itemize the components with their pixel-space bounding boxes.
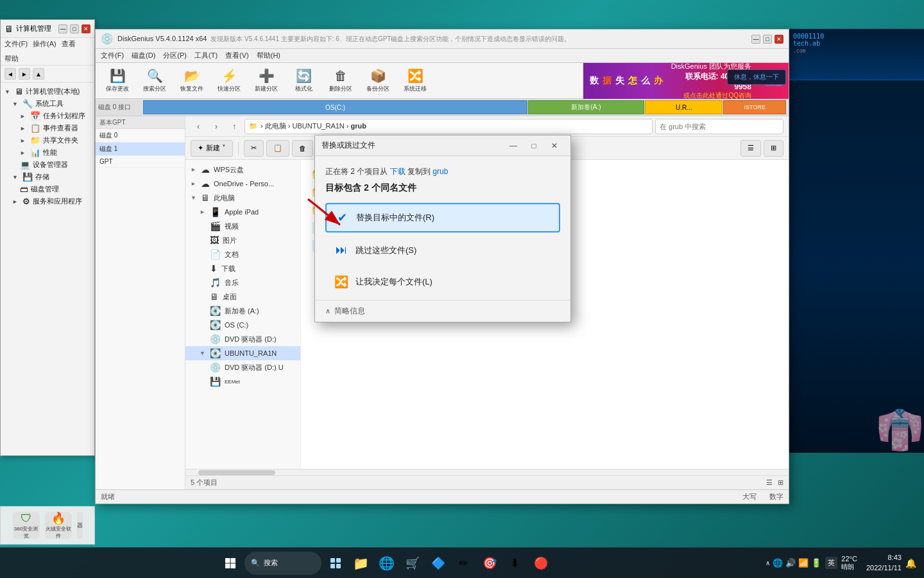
dg-tool-save[interactable]: 💾 保存更改: [99, 65, 135, 97]
dg-menu-file[interactable]: 文件(F): [101, 51, 124, 60]
nav-forward-btn[interactable]: ►: [19, 68, 30, 80]
tree-item-scheduler[interactable]: ► 📅 任务计划程序: [1, 110, 94, 122]
taskbar-pen-btn[interactable]: ✏: [452, 552, 475, 575]
sidebar-item-extra[interactable]: 💾 EEMet: [185, 374, 300, 389]
taskbar-explorer-btn[interactable]: 📁: [350, 552, 373, 575]
dialog-dest-link[interactable]: grub: [432, 167, 448, 176]
dg-promo-qq[interactable]: 或点击此处通过QQ咨询: [668, 91, 751, 100]
fe-view-list-icon[interactable]: ☰: [766, 478, 773, 487]
disk-partition-c[interactable]: OS(C:): [143, 100, 527, 114]
dialog-option-replace[interactable]: ✔ 替换目标中的文件(R): [325, 203, 560, 232]
taskbar-dl-btn[interactable]: ⬇: [504, 552, 527, 575]
taskbar-store-btn[interactable]: 🛒: [401, 552, 424, 575]
disk-partition-istore[interactable]: ISTORE: [723, 100, 786, 114]
sidebar-item-volume-a[interactable]: 💽 新加卷 (A:): [185, 304, 300, 318]
sidebar-item-dvd-du[interactable]: 💿 DVD 驱动器 (D:) U: [185, 360, 300, 374]
dg-tool-restore[interactable]: 📂 恢复文件: [174, 65, 210, 97]
fe-scrollbar[interactable]: [185, 469, 789, 475]
sidebar-item-ubuntu[interactable]: ▼ 💽 UBUNTU_RA1N: [185, 346, 300, 360]
dialog-option-decide[interactable]: 🔀 让我决定每个文件(L): [325, 268, 560, 296]
dg-disk-1[interactable]: 磁盘 1: [96, 143, 185, 156]
security-huorong-icon[interactable]: 🔥 火绒安全软件: [45, 512, 72, 539]
dialog-details-section[interactable]: ∧ 简略信息: [315, 300, 570, 322]
sidebar-item-downloads[interactable]: ⬇ 下载: [185, 261, 300, 276]
disk-partition-a[interactable]: 新加卷(A:): [528, 100, 644, 114]
nav-up-btn[interactable]: ▲: [33, 68, 44, 80]
nav-back-btn[interactable]: ◄: [4, 68, 16, 80]
sidebar-item-desktop[interactable]: 🖥 桌面: [185, 290, 300, 304]
ime-indicator[interactable]: 英: [825, 557, 837, 569]
dialog-option-skip[interactable]: ⏭ 跳过这些文件(S): [325, 236, 560, 264]
fe-forward-btn[interactable]: ›: [209, 119, 224, 134]
fe-up-btn[interactable]: ↑: [227, 119, 242, 134]
tree-item-computer[interactable]: ▼ 🖥 计算机管理(本地): [1, 85, 94, 98]
tray-battery-icon[interactable]: 🔋: [811, 558, 821, 568]
dg-tool-quick-partition[interactable]: ⚡ 快速分区: [211, 65, 247, 97]
tray-chevron-icon[interactable]: ∧: [766, 559, 770, 566]
tree-item-perf[interactable]: ► 📊 性能: [1, 146, 94, 159]
dg-maximize-btn[interactable]: □: [763, 35, 772, 44]
dg-tool-backup[interactable]: 📦 备份分区: [360, 65, 396, 97]
tree-item-storage[interactable]: ▼ 💾 存储: [1, 171, 94, 183]
fe-back-btn[interactable]: ‹: [191, 119, 206, 134]
fe-new-btn[interactable]: ✦ 新建 ˅: [191, 140, 233, 157]
sidebar-item-videos[interactable]: 🎬 视频: [185, 219, 300, 233]
menu-view[interactable]: 查看: [62, 39, 76, 49]
fe-search-input[interactable]: [655, 119, 783, 134]
taskbar-search-btn[interactable]: 🔍 搜索: [244, 552, 321, 575]
sidebar-item-wps[interactable]: ► ☁ WPS云盘: [185, 162, 300, 177]
fe-scrollbar-thumb[interactable]: [198, 470, 275, 475]
tray-network-icon[interactable]: 🌐: [773, 558, 783, 568]
sidebar-item-dvd-d[interactable]: 💿 DVD 驱动器 (D:): [185, 332, 300, 346]
dg-menu-help[interactable]: 帮助(H): [257, 51, 280, 60]
menu-action[interactable]: 操作(A): [33, 39, 56, 49]
sidebar-item-thispc[interactable]: ▼ 🖥 此电脑: [185, 191, 300, 205]
taskbar-extra1-btn[interactable]: 🎯: [478, 552, 501, 575]
sidebar-item-os-c[interactable]: 💽 OS (C:): [185, 318, 300, 332]
menu-help[interactable]: 帮助: [4, 54, 19, 64]
dg-disk-0[interactable]: 磁盘 0: [96, 129, 185, 143]
taskbar-red-app-btn[interactable]: 🔴: [529, 552, 552, 575]
dg-menu-disk[interactable]: 磁盘(D): [132, 51, 155, 60]
dg-tool-format[interactable]: 🔄 格式化: [286, 65, 321, 97]
tree-item-diskm[interactable]: 🗃 磁盘管理: [1, 183, 94, 195]
dg-tool-new-partition[interactable]: ➕ 新建分区: [248, 65, 284, 97]
sidebar-item-docs[interactable]: 📄 文档: [185, 247, 300, 261]
dg-tool-delete-partition[interactable]: 🗑 删除分区: [323, 65, 359, 97]
comp-mgmt-close-btn[interactable]: ✕: [81, 24, 90, 33]
fe-copy-btn[interactable]: 📋: [266, 140, 289, 157]
dialog-source-link[interactable]: 下载: [390, 167, 406, 176]
start-btn[interactable]: [219, 552, 242, 575]
sidebar-item-onedrive[interactable]: ► ☁ OneDrive - Perso...: [185, 177, 300, 191]
taskbar-vs-btn[interactable]: 🔷: [427, 552, 450, 575]
dialog-maximize-btn[interactable]: □: [524, 139, 543, 153]
menu-file[interactable]: 文件(F): [4, 39, 28, 49]
tree-item-services[interactable]: ► ⚙ 服务和应用程序: [1, 195, 94, 207]
dg-menu-partition[interactable]: 分区(P): [163, 51, 187, 60]
taskbar-edge-btn[interactable]: 🌐: [375, 552, 398, 575]
fe-view-grid-btn[interactable]: ⊞: [764, 140, 783, 157]
dialog-close-btn[interactable]: ✕: [545, 139, 564, 153]
dg-tool-search[interactable]: 🔍 搜索分区: [137, 65, 173, 97]
tree-item-shared[interactable]: ► 📁 共享文件夹: [1, 134, 94, 146]
dg-close-btn[interactable]: ✕: [774, 35, 783, 44]
fe-view-list-btn[interactable]: ☰: [740, 140, 761, 157]
sidebar-item-music[interactable]: 🎵 音乐: [185, 276, 300, 290]
dg-tool-migrate[interactable]: 🔀 系统迁移: [397, 65, 433, 97]
tree-item-system[interactable]: ▼ 🔧 系统工具: [1, 98, 94, 110]
sidebar-item-ipad[interactable]: ► 📱 Apple iPad: [185, 205, 300, 219]
dg-disk-2[interactable]: GPT: [96, 156, 185, 168]
dialog-minimize-btn[interactable]: —: [504, 139, 523, 153]
dg-menu-tools[interactable]: 工具(T): [194, 51, 218, 60]
notification-btn[interactable]: 🔔: [905, 558, 916, 568]
fe-delete-btn[interactable]: 🗑: [292, 140, 313, 157]
comp-mgmt-maximize-btn[interactable]: □: [70, 24, 79, 33]
rest-ad-btn[interactable]: 休息，休息一下: [727, 69, 786, 85]
disk-partition-u[interactable]: U.R...: [645, 100, 723, 114]
fe-view-grid-icon[interactable]: ⊞: [778, 478, 783, 487]
sidebar-item-pictures[interactable]: 🖼 图片: [185, 233, 300, 247]
tree-item-eventviewer[interactable]: ► 📋 事件查看器: [1, 122, 94, 134]
comp-mgmt-minimize-btn[interactable]: —: [58, 24, 67, 33]
dg-minimize-btn[interactable]: —: [751, 35, 760, 44]
task-view-btn[interactable]: [324, 552, 347, 575]
